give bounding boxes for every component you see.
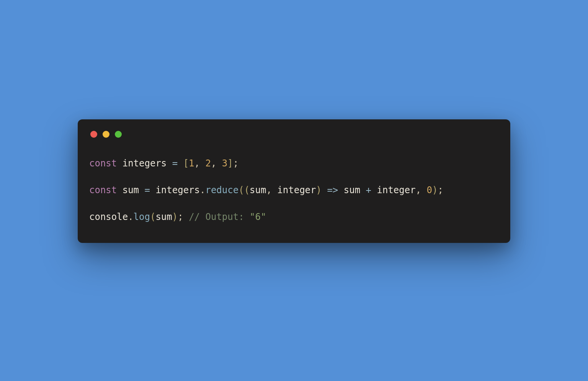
dot: . bbox=[128, 212, 133, 222]
semicolon: ; bbox=[233, 158, 238, 169]
paren-close: ) bbox=[316, 185, 322, 195]
dot: . bbox=[200, 185, 205, 195]
parameter: sum bbox=[250, 185, 266, 195]
identifier: sum bbox=[344, 185, 360, 195]
code-line-5: console.log(sum); // Output: "6" bbox=[89, 210, 499, 224]
operator-assign: = bbox=[145, 185, 150, 195]
comment: // Output: bbox=[189, 212, 250, 222]
argument: sum bbox=[155, 212, 172, 222]
number-literal: 3 bbox=[222, 158, 227, 169]
code-line-1: const integers = [1, 2, 3]; bbox=[89, 157, 499, 170]
comment-string: "6" bbox=[250, 212, 266, 222]
semicolon: ; bbox=[438, 185, 443, 195]
code-line-4 bbox=[89, 197, 499, 210]
maximize-icon[interactable] bbox=[115, 131, 122, 138]
paren-open: ( bbox=[150, 212, 155, 222]
window-titlebar bbox=[89, 131, 499, 138]
paren-open: ( bbox=[244, 185, 250, 195]
comma: , bbox=[416, 185, 421, 195]
code-block: const integers = [1, 2, 3];const sum = i… bbox=[89, 157, 499, 224]
minimize-icon[interactable] bbox=[103, 131, 109, 138]
bracket-open: [ bbox=[183, 158, 189, 169]
keyword-const: const bbox=[89, 158, 117, 169]
identifier: integer bbox=[377, 185, 415, 195]
comma: , bbox=[211, 158, 216, 169]
code-line-3: const sum = integers.reduce((sum, intege… bbox=[89, 184, 499, 197]
arrow-operator: => bbox=[327, 185, 338, 195]
identifier: integers bbox=[122, 158, 167, 169]
identifier: console bbox=[89, 212, 128, 222]
code-line-2 bbox=[89, 170, 499, 184]
identifier: integers bbox=[155, 185, 200, 195]
method-reduce: reduce bbox=[205, 185, 238, 195]
operator-plus: + bbox=[366, 185, 371, 195]
bracket-close: ] bbox=[227, 158, 233, 169]
parameter: integer bbox=[277, 185, 316, 195]
close-icon[interactable] bbox=[90, 131, 97, 138]
comma: , bbox=[266, 185, 271, 195]
paren-close: ) bbox=[432, 185, 438, 195]
keyword-const: const bbox=[89, 185, 117, 195]
method-log: log bbox=[134, 212, 150, 222]
code-window: const integers = [1, 2, 3];const sum = i… bbox=[78, 119, 510, 243]
number-literal: 0 bbox=[427, 185, 432, 195]
paren-open: ( bbox=[238, 185, 244, 195]
comma: , bbox=[194, 158, 200, 169]
paren-close: ) bbox=[172, 212, 178, 222]
identifier: sum bbox=[122, 185, 139, 195]
operator-assign: = bbox=[172, 158, 178, 169]
semicolon: ; bbox=[178, 212, 183, 222]
number-literal: 2 bbox=[205, 158, 211, 169]
number-literal: 1 bbox=[189, 158, 194, 169]
